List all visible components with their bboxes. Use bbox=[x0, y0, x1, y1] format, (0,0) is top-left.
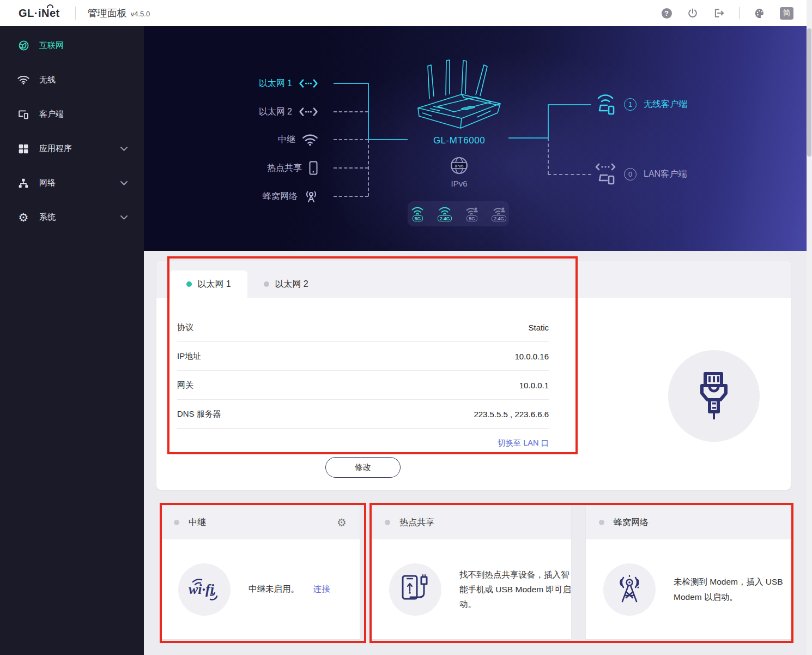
phone-usb-icon bbox=[399, 573, 431, 606]
logout-button[interactable] bbox=[713, 7, 725, 19]
theme-button[interactable] bbox=[754, 7, 766, 19]
topology-source-tethering[interactable]: 热点共享 bbox=[155, 160, 318, 176]
card-title: 热点共享 bbox=[399, 517, 434, 528]
lan-clients[interactable]: 0 LAN客户端 bbox=[594, 163, 687, 185]
cellular-badge bbox=[603, 563, 656, 616]
sidebar-item-system[interactable]: ⚙ 系统 bbox=[0, 200, 144, 235]
card-header: 中继 ⚙ bbox=[161, 506, 360, 539]
status-dot bbox=[599, 520, 604, 525]
topology-source-cellular[interactable]: 蜂窝网络 bbox=[155, 189, 318, 204]
switch-to-lan-link[interactable]: 切换至 LAN 口 bbox=[498, 438, 549, 448]
repeater-settings-gear-icon[interactable]: ⚙ bbox=[337, 517, 347, 528]
help-button[interactable]: ? bbox=[660, 7, 672, 19]
tab-ethernet1[interactable]: 以太网 1 bbox=[170, 271, 247, 298]
line-repeater bbox=[334, 139, 368, 140]
client-count-badge: 0 bbox=[624, 168, 637, 181]
source-label: 以太网 1 bbox=[259, 78, 292, 89]
header: GL·iNet 管理面板 v4.5.0 ? 简 bbox=[0, 0, 812, 26]
wan-fields: 协议 Static IP地址 10.0.0.16 网关 10.0.0.1 DNS… bbox=[177, 313, 549, 457]
client-label: 无线客户端 bbox=[644, 99, 687, 110]
field-row-gateway: 网关 10.0.0.1 bbox=[177, 371, 549, 400]
sidebar-item-network[interactable]: 网络 bbox=[0, 166, 144, 200]
ethernet-icon bbox=[299, 107, 318, 117]
svg-text:IPv6: IPv6 bbox=[455, 164, 464, 169]
scrollbar-thumb[interactable] bbox=[807, 28, 811, 157]
wifi-icon bbox=[17, 74, 29, 86]
sidebar-item-label: 网络 bbox=[39, 178, 56, 188]
sidebar-item-applications[interactable]: 应用程序 bbox=[0, 131, 144, 166]
sidebar-item-label: 互联网 bbox=[39, 40, 64, 51]
apps-grid-icon bbox=[17, 143, 29, 155]
tethering-card: 热点共享 找不到热点共享设备，插入智能手机或 USB Modem 即可启动。 bbox=[372, 506, 571, 639]
topology-source-ethernet2[interactable]: 以太网 2 bbox=[155, 104, 318, 119]
cellular-antenna-icon bbox=[304, 189, 318, 203]
page-title: 管理面板 bbox=[88, 7, 127, 20]
language-badge[interactable]: 简 bbox=[780, 7, 793, 20]
card-header: 热点共享 bbox=[372, 506, 571, 539]
lan-clients-icon bbox=[594, 163, 617, 185]
tab-label: 以太网 1 bbox=[197, 279, 231, 290]
field-value: 10.0.0.16 bbox=[514, 352, 549, 361]
network-tree-icon bbox=[17, 177, 29, 189]
sidebar-item-label: 系统 bbox=[39, 212, 56, 223]
status-dot bbox=[385, 520, 390, 525]
power-icon bbox=[687, 8, 698, 19]
sidebar: 互联网 无线 客户端 应用程序 网络 bbox=[0, 26, 144, 655]
wifi-icon bbox=[411, 207, 424, 215]
card-header: 蜂窝网络 bbox=[586, 506, 791, 539]
tab-ethernet2[interactable]: 以太网 2 bbox=[247, 271, 325, 298]
repeater-status-text: 中继未启用。 bbox=[249, 584, 299, 595]
junction-solid bbox=[368, 83, 369, 140]
version-label: v4.5.0 bbox=[131, 10, 150, 18]
topology-diagram: 以太网 1 以太网 2 中继 热点共享 蜂窝网络 bbox=[144, 26, 807, 251]
ethernet-plug-badge bbox=[668, 350, 760, 442]
connect-link[interactable]: 连接 bbox=[313, 584, 330, 595]
sidebar-item-wireless[interactable]: 无线 bbox=[0, 63, 144, 97]
client-label: LAN客户端 bbox=[644, 169, 687, 180]
cellular-hint-text: 未检测到 Modem，插入 USB Modem 以启动。 bbox=[674, 574, 791, 604]
client-count-badge: 1 bbox=[624, 98, 637, 111]
guest-wifi-badge-5g: 5G bbox=[462, 207, 482, 221]
field-value: 223.5.5.5 , 223.6.6.6 bbox=[474, 410, 549, 419]
line-lan-clients bbox=[548, 174, 591, 175]
wifi-icon bbox=[438, 207, 451, 215]
source-label: 蜂窝网络 bbox=[263, 191, 298, 202]
logo-wifi-arc-icon bbox=[47, 4, 53, 8]
sidebar-item-internet[interactable]: 互联网 bbox=[0, 28, 144, 63]
modify-button[interactable]: 修改 bbox=[325, 457, 401, 478]
line-wireless-clients bbox=[548, 104, 591, 105]
field-row-protocol: 协议 Static bbox=[177, 313, 549, 342]
logout-icon bbox=[713, 8, 725, 19]
sidebar-item-label: 应用程序 bbox=[39, 143, 72, 154]
source-label: 热点共享 bbox=[267, 163, 302, 174]
right-junction-solid bbox=[548, 104, 549, 138]
sidebar-item-clients[interactable]: 客户端 bbox=[0, 97, 144, 131]
field-label: 网关 bbox=[177, 380, 193, 390]
line-to-router bbox=[368, 139, 408, 140]
wan-info-panel: 以太网 1 以太网 2 协议 Static IP地址 10.0.0.16 网关 bbox=[156, 261, 791, 490]
chevron-down-icon bbox=[120, 147, 128, 151]
field-value: Static bbox=[528, 323, 549, 332]
ipv6-label: IPv6 bbox=[411, 179, 507, 188]
ethernet-plug-icon bbox=[692, 371, 736, 421]
line-ethernet2 bbox=[334, 111, 368, 112]
repeater-status: 中继未启用。 连接 bbox=[249, 584, 330, 595]
card-title: 中继 bbox=[189, 517, 206, 528]
card-body: wi·fi 中继未启用。 连接 bbox=[161, 539, 360, 639]
chevron-down-icon bbox=[120, 181, 128, 185]
wireless-clients[interactable]: 1 无线客户端 bbox=[594, 93, 687, 116]
router-image bbox=[411, 56, 507, 135]
status-dot bbox=[174, 520, 179, 525]
app-root: GL·iNet 管理面板 v4.5.0 ? 简 互联网 bbox=[0, 0, 812, 655]
reboot-button[interactable] bbox=[687, 7, 699, 19]
topology-source-ethernet1[interactable]: 以太网 1 bbox=[155, 76, 318, 91]
line-cellular bbox=[334, 196, 368, 197]
sidebar-item-label: 客户端 bbox=[39, 109, 64, 119]
status-dot bbox=[186, 281, 192, 287]
right-junction-dashed bbox=[548, 138, 549, 175]
topology-source-repeater[interactable]: 中继 bbox=[155, 132, 318, 147]
wireless-clients-icon bbox=[594, 93, 617, 116]
field-label: 协议 bbox=[177, 322, 193, 333]
wifi-script-icon: wi·fi bbox=[186, 574, 222, 605]
band-label: 2.4G bbox=[438, 215, 452, 221]
